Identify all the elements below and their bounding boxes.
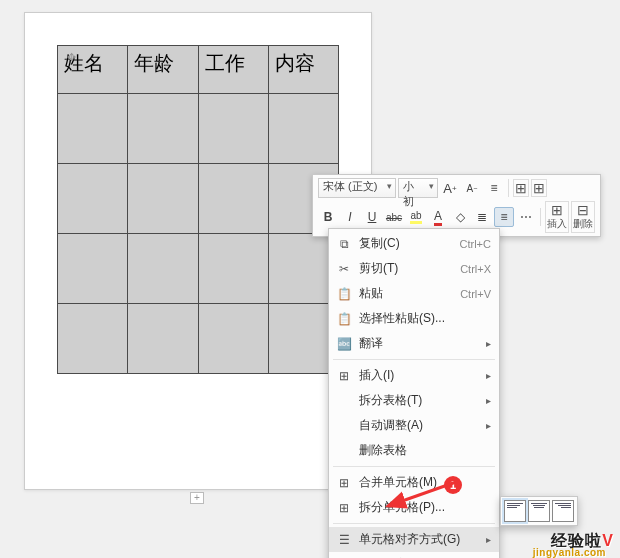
menu-separator xyxy=(333,466,495,467)
paste-special-icon: 📋 xyxy=(335,312,353,326)
insert-icon: ⊞ xyxy=(551,203,563,217)
align-center-button[interactable]: ≡ xyxy=(494,207,514,227)
shrink-font-button[interactable]: A− xyxy=(462,178,482,198)
font-family-select[interactable]: 宋体 (正文) xyxy=(318,178,396,198)
menu-delete-table[interactable]: 删除表格 xyxy=(329,438,499,463)
font-color-button[interactable]: A xyxy=(428,207,448,227)
menu-auto-fit[interactable]: 自动调整(A) ▸ xyxy=(329,413,499,438)
line-spacing-button[interactable]: ≡ xyxy=(484,178,504,198)
table-insert-button[interactable]: ⊞ 插入 xyxy=(545,201,569,233)
align-top-left[interactable] xyxy=(504,500,526,522)
copy-icon: ⧉ xyxy=(335,237,353,251)
align-icon: ☰ xyxy=(335,533,353,547)
table-insert-group[interactable]: ⊞ xyxy=(513,179,529,197)
menu-borders[interactable]: 边框和底纹(B)... xyxy=(329,552,499,558)
menu-translate[interactable]: 🔤 翻译 ▸ xyxy=(329,331,499,356)
insert-icon: ⊞ xyxy=(335,369,353,383)
bullets-button[interactable]: ≣ xyxy=(472,207,492,227)
table-row xyxy=(58,164,339,234)
chevron-right-icon: ▸ xyxy=(486,534,491,545)
menu-cut[interactable]: ✂ 剪切(T) Ctrl+X xyxy=(329,256,499,281)
watermark: 经验啦V jingyanla.com xyxy=(551,531,614,552)
merge-icon: ⊞ xyxy=(335,476,353,490)
menu-split-table[interactable]: 拆分表格(T) ▸ xyxy=(329,388,499,413)
table-icon: ⊞ xyxy=(533,181,545,195)
menu-split-cells[interactable]: ⊞ 拆分单元格(P)... xyxy=(329,495,499,520)
menu-insert[interactable]: ⊞ 插入(I) ▸ xyxy=(329,363,499,388)
document-page: ✥ 姓名 年龄 工作 内容 xyxy=(24,12,372,490)
menu-paste[interactable]: 📋 粘贴 Ctrl+V xyxy=(329,281,499,306)
strikethrough-button[interactable]: abc xyxy=(384,207,404,227)
highlight-button[interactable]: ab xyxy=(406,207,426,227)
align-top-right[interactable] xyxy=(552,500,574,522)
header-cell[interactable]: 工作 xyxy=(198,46,268,94)
chevron-right-icon: ▸ xyxy=(486,420,491,431)
bold-button[interactable]: B xyxy=(318,207,338,227)
context-menu: ⧉ 复制(C) Ctrl+C ✂ 剪切(T) Ctrl+X 📋 粘贴 Ctrl+… xyxy=(328,228,500,558)
table-icon: ⊞ xyxy=(515,181,527,195)
align-top-center[interactable] xyxy=(528,500,550,522)
italic-button[interactable]: I xyxy=(340,207,360,227)
alignment-submenu xyxy=(500,496,578,526)
menu-merge-cells[interactable]: ⊞ 合并单元格(M) xyxy=(329,470,499,495)
table-row xyxy=(58,94,339,164)
header-cell[interactable]: 内容 xyxy=(268,46,338,94)
grow-font-button[interactable]: A+ xyxy=(440,178,460,198)
table-delete-group[interactable]: ⊞ xyxy=(531,179,547,197)
menu-separator xyxy=(333,359,495,360)
menu-paste-special[interactable]: 📋 选择性粘贴(S)... xyxy=(329,306,499,331)
annotation-step-badge: 1 xyxy=(444,476,462,494)
menu-separator xyxy=(333,523,495,524)
translate-icon: 🔤 xyxy=(335,337,353,351)
table-extend-bottom-handle[interactable]: + xyxy=(190,492,204,504)
table-row: 姓名 年龄 工作 内容 xyxy=(58,46,339,94)
chevron-right-icon: ▸ xyxy=(486,395,491,406)
header-cell[interactable]: 年龄 xyxy=(128,46,198,94)
table-row xyxy=(58,234,339,304)
split-icon: ⊞ xyxy=(335,501,353,515)
font-size-select[interactable]: 小初 xyxy=(398,178,438,198)
chevron-right-icon: ▸ xyxy=(486,370,491,381)
menu-copy[interactable]: ⧉ 复制(C) Ctrl+C xyxy=(329,231,499,256)
table-move-handle[interactable]: ✥ xyxy=(67,51,79,63)
more-icon[interactable]: ⋯ xyxy=(516,207,536,227)
table-delete-button[interactable]: ⊟ 删除 xyxy=(571,201,595,233)
paste-icon: 📋 xyxy=(335,287,353,301)
shading-button[interactable]: ◇ xyxy=(450,207,470,227)
chevron-right-icon: ▸ xyxy=(486,338,491,349)
cut-icon: ✂ xyxy=(335,262,353,276)
underline-button[interactable]: U xyxy=(362,207,382,227)
table-row xyxy=(58,304,339,374)
delete-icon: ⊟ xyxy=(577,203,589,217)
menu-cell-alignment[interactable]: ☰ 单元格对齐方式(G) ▸ xyxy=(329,527,499,552)
document-table[interactable]: 姓名 年龄 工作 内容 xyxy=(57,45,339,374)
